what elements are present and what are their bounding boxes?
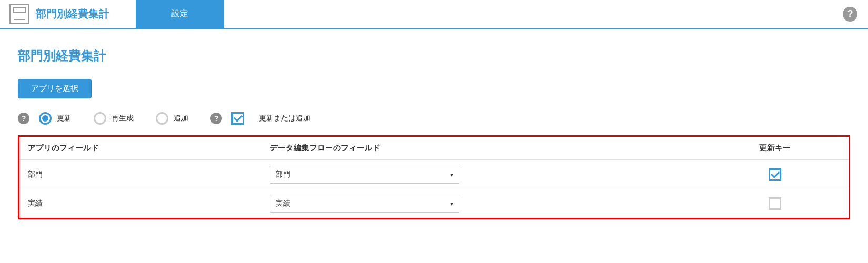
app-field-cell: 実績	[19, 189, 261, 218]
field-mapping-table: アプリのフィールド データ編集フローのフィールド 更新キー 部門 部門	[18, 135, 850, 219]
help-icon[interactable]: ?	[210, 113, 222, 124]
radio-icon	[156, 112, 168, 125]
app-icon	[9, 4, 29, 24]
flow-field-select[interactable]: 実績	[270, 195, 459, 213]
update-key-checkbox[interactable]	[769, 197, 781, 210]
radio-icon	[39, 112, 52, 125]
table-row: 実績 実績	[19, 189, 849, 218]
select-value: 実績	[276, 199, 290, 208]
app-field-cell: 部門	[19, 160, 261, 189]
radio-label: 再生成	[112, 114, 134, 123]
flow-field-select[interactable]: 部門	[270, 166, 459, 184]
mode-row: ? 更新 再生成 追加 ? 更新または追加	[18, 112, 850, 125]
radio-update[interactable]: 更新	[39, 112, 72, 125]
radio-add[interactable]: 追加	[156, 112, 188, 125]
header: 部門別経費集計 設定 ?	[0, 0, 868, 29]
radio-label: 追加	[174, 114, 188, 123]
checkbox-label: 更新または追加	[259, 114, 310, 123]
radio-label: 更新	[57, 114, 72, 123]
table-row: 部門 部門	[19, 160, 849, 189]
col-app-field: アプリのフィールド	[19, 137, 261, 160]
col-flow-field: データ編集フローのフィールド	[261, 137, 701, 160]
radio-icon	[94, 112, 106, 125]
tab-settings[interactable]: 設定	[136, 0, 224, 29]
help-icon[interactable]: ?	[843, 7, 857, 22]
table-header-row: アプリのフィールド データ編集フローのフィールド 更新キー	[19, 137, 849, 160]
main: 部門別経費集計 アプリを選択 ? 更新 再生成 追加 ? 更新または追加 アプリ…	[0, 29, 868, 230]
checkbox-update-or-add[interactable]	[231, 112, 244, 125]
select-value: 部門	[276, 170, 290, 179]
help-icon[interactable]: ?	[18, 113, 29, 124]
update-key-checkbox[interactable]	[769, 168, 781, 181]
radio-regenerate[interactable]: 再生成	[94, 112, 134, 125]
select-app-button[interactable]: アプリを選択	[18, 79, 92, 98]
col-update-key: 更新キー	[701, 137, 849, 160]
header-title: 部門別経費集計	[36, 7, 109, 21]
page-title: 部門別経費集計	[18, 47, 850, 64]
